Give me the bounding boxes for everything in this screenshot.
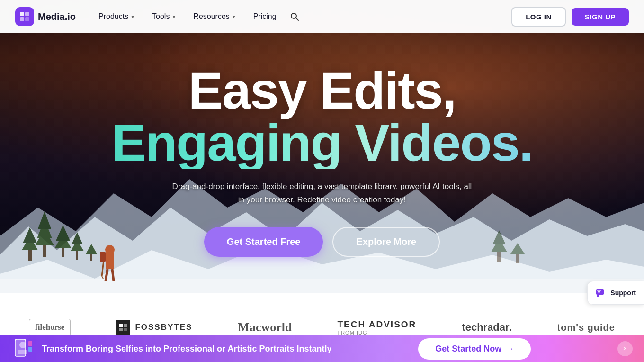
hero-title-line2: Engaging Videos. xyxy=(112,117,533,169)
svg-rect-44 xyxy=(597,290,601,291)
support-label: Support xyxy=(610,289,636,297)
support-button[interactable]: Support xyxy=(587,281,644,305)
banner-left: Transform Boring Selfies into Profession… xyxy=(11,337,331,360)
svg-rect-49 xyxy=(28,347,32,352)
svg-point-43 xyxy=(598,291,600,293)
svg-rect-40 xyxy=(124,328,127,331)
hero-title-line1: Easy Edits, xyxy=(188,64,456,117)
get-started-button[interactable]: Get Started Free xyxy=(204,227,323,257)
signup-button[interactable]: SIGN UP xyxy=(572,8,629,26)
search-button[interactable] xyxy=(286,8,303,25)
banner-close-button[interactable]: × xyxy=(617,341,633,356)
hero-section: Easy Edits, Engaging Videos. Drag-and-dr… xyxy=(0,0,644,293)
hero-buttons: Get Started Free Explore More xyxy=(204,227,440,257)
svg-rect-2 xyxy=(20,17,24,21)
svg-rect-37 xyxy=(119,324,123,327)
svg-rect-1 xyxy=(25,12,29,16)
hero-subtitle: Drag-and-drop interface, flexible editin… xyxy=(170,180,474,206)
login-button[interactable]: LOG IN xyxy=(511,7,566,27)
svg-rect-3 xyxy=(25,17,29,21)
logo-link[interactable]: Media.io xyxy=(15,7,76,26)
svg-rect-0 xyxy=(20,12,24,16)
hero-content: Easy Edits, Engaging Videos. Drag-and-dr… xyxy=(0,0,644,293)
svg-rect-39 xyxy=(119,328,123,331)
search-icon xyxy=(290,12,299,21)
navigation: Media.io Products ▼ Tools ▼ Resources ▼ … xyxy=(0,0,644,33)
explore-more-button[interactable]: Explore More xyxy=(332,227,440,257)
logo-icon xyxy=(15,7,34,26)
bottom-banner: Transform Boring Selfies into Profession… xyxy=(0,335,644,362)
banner-text: Transform Boring Selfies into Profession… xyxy=(42,344,331,354)
svg-line-5 xyxy=(296,18,298,20)
chevron-down-icon: ▼ xyxy=(171,14,176,19)
nav-products[interactable]: Products ▼ xyxy=(91,9,143,25)
svg-rect-48 xyxy=(28,341,32,346)
banner-phone-icon xyxy=(11,337,34,360)
svg-rect-38 xyxy=(124,324,127,327)
support-icon xyxy=(595,287,607,299)
chevron-down-icon: ▼ xyxy=(130,14,135,19)
nav-actions: LOG IN SIGN UP xyxy=(511,7,629,27)
nav-resources[interactable]: Resources ▼ xyxy=(186,9,243,25)
banner-cta-button[interactable]: Get Started Now → xyxy=(418,338,531,360)
svg-rect-47 xyxy=(18,350,27,354)
chevron-down-icon: ▼ xyxy=(232,14,236,19)
nav-tools[interactable]: Tools ▼ xyxy=(144,9,184,25)
fossbytes-icon xyxy=(116,320,130,335)
svg-point-46 xyxy=(19,342,26,348)
nav-links: Products ▼ Tools ▼ Resources ▼ Pricing xyxy=(91,8,511,25)
nav-pricing[interactable]: Pricing xyxy=(246,9,284,25)
logo-text: Media.io xyxy=(38,11,76,22)
svg-rect-42 xyxy=(597,295,599,297)
